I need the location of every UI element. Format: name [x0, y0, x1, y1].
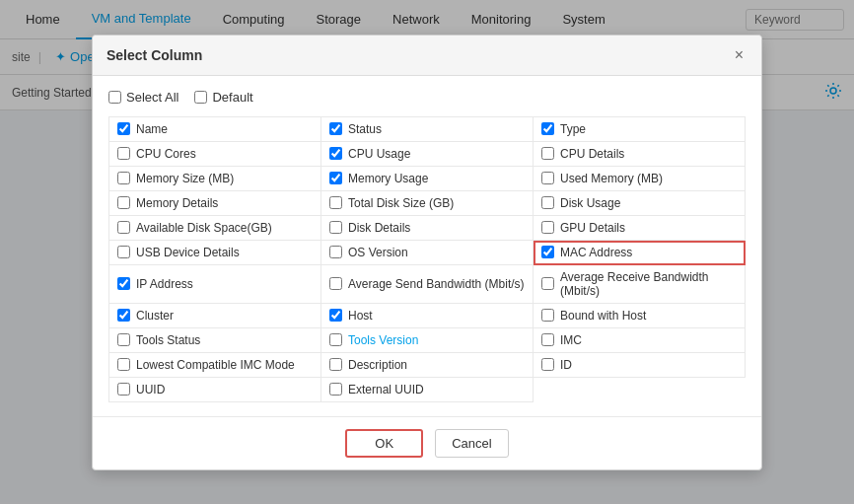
default-label: Default — [212, 90, 252, 105]
dialog-body: Select All Default NameStatusTypeCPU Cor… — [93, 76, 761, 176]
column-item-0[interactable]: Name — [109, 117, 321, 142]
column-checkbox-5[interactable] — [541, 147, 554, 160]
column-item-4[interactable]: CPU Usage — [321, 142, 534, 167]
column-label-3: CPU Cores — [136, 147, 196, 161]
column-item-3[interactable]: CPU Cores — [109, 142, 321, 167]
default-checkbox[interactable] — [194, 91, 207, 104]
column-item-8[interactable]: Used Memory (MB) — [534, 167, 746, 176]
column-checkbox-3[interactable] — [117, 147, 130, 160]
column-label-2: Type — [560, 122, 586, 136]
columns-grid: NameStatusTypeCPU CoresCPU UsageCPU Deta… — [108, 116, 746, 176]
column-checkbox-6[interactable] — [117, 172, 130, 175]
column-checkbox-8[interactable] — [541, 172, 554, 175]
dialog-header: Select Column × — [93, 36, 761, 76]
column-item-6[interactable]: Memory Size (MB) — [109, 167, 321, 176]
column-label-4: CPU Usage — [348, 147, 410, 161]
select-all-checkbox[interactable] — [108, 91, 121, 104]
select-column-dialog: Select Column × Select All Default NameS… — [92, 35, 762, 176]
select-all-checkbox-label[interactable]: Select All — [108, 90, 178, 105]
column-checkbox-4[interactable] — [329, 147, 342, 160]
column-item-7[interactable]: Memory Usage — [321, 167, 534, 176]
column-item-2[interactable]: Type — [534, 117, 746, 142]
close-button[interactable]: × — [731, 45, 747, 65]
column-checkbox-1[interactable] — [329, 122, 342, 135]
modal-overlay: Select Column × Select All Default NameS… — [0, 0, 854, 175]
column-label-5: CPU Details — [560, 147, 624, 161]
column-label-1: Status — [348, 122, 382, 136]
column-checkbox-0[interactable] — [117, 122, 130, 135]
column-label-6: Memory Size (MB) — [136, 172, 234, 176]
column-item-1[interactable]: Status — [321, 117, 534, 142]
column-checkbox-2[interactable] — [541, 122, 554, 135]
column-checkbox-7[interactable] — [329, 172, 342, 175]
column-label-0: Name — [136, 122, 168, 136]
default-checkbox-label[interactable]: Default — [194, 90, 252, 105]
column-label-7: Memory Usage — [348, 172, 428, 176]
column-label-8: Used Memory (MB) — [560, 172, 663, 176]
column-item-5[interactable]: CPU Details — [534, 142, 746, 167]
dialog-title: Select Column — [107, 47, 202, 63]
select-all-label: Select All — [126, 90, 178, 105]
top-checkboxes: Select All Default — [108, 90, 746, 105]
